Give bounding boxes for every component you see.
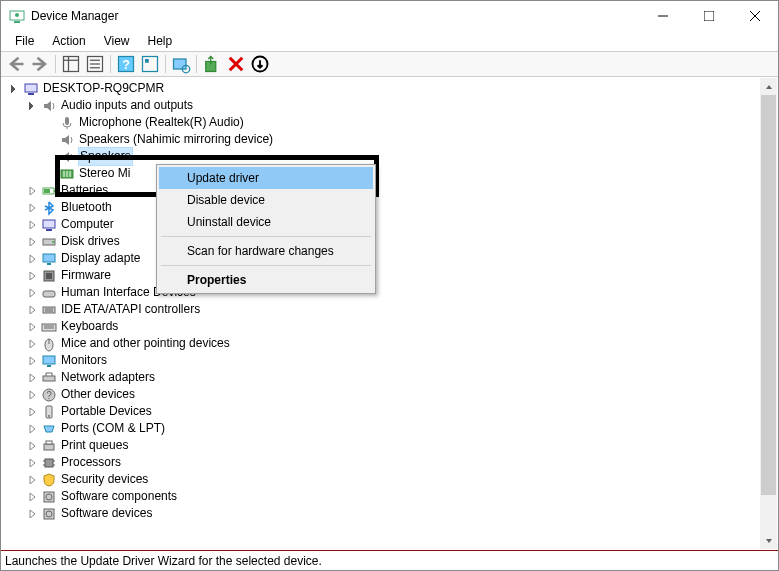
- category-icon: [41, 234, 57, 250]
- tree-category[interactable]: Disk drives: [8, 233, 777, 250]
- svg-rect-56: [44, 444, 54, 450]
- menu-action[interactable]: Action: [44, 32, 93, 50]
- disable-button[interactable]: [249, 53, 271, 75]
- tree-node-label: Network adapters: [61, 369, 155, 386]
- expander-icon[interactable]: [26, 422, 39, 435]
- expander-icon[interactable]: [26, 218, 39, 231]
- tree-category[interactable]: Human Interface Devices: [8, 284, 777, 301]
- expander-icon[interactable]: [26, 354, 39, 367]
- scroll-thumb[interactable]: [761, 95, 776, 495]
- expander-icon[interactable]: [26, 286, 39, 299]
- expander-icon[interactable]: [26, 201, 39, 214]
- tree-category[interactable]: Monitors: [8, 352, 777, 369]
- tree-node-label: Ports (COM & LPT): [61, 420, 165, 437]
- speaker-icon: [41, 98, 57, 114]
- scan-hardware-button[interactable]: [170, 53, 192, 75]
- forward-button[interactable]: [29, 53, 51, 75]
- maximize-button[interactable]: [686, 1, 732, 31]
- tree-category[interactable]: Software components: [8, 488, 777, 505]
- category-icon: [41, 268, 57, 284]
- svg-rect-1: [14, 21, 20, 23]
- expander-icon[interactable]: [26, 269, 39, 282]
- context-menu-properties[interactable]: Properties: [159, 269, 373, 291]
- tree-node-label: Mice and other pointing devices: [61, 335, 230, 352]
- tree-category[interactable]: Print queues: [8, 437, 777, 454]
- tree-category[interactable]: Keyboards: [8, 318, 777, 335]
- tree-node-label: Software devices: [61, 505, 152, 522]
- expander-icon[interactable]: [26, 439, 39, 452]
- menubar: File Action View Help: [1, 31, 778, 51]
- minimize-button[interactable]: [640, 1, 686, 31]
- tree-node-label: Keyboards: [61, 318, 118, 335]
- tree-device-speakers-nahimic[interactable]: Speakers (Nahimic mirroring device): [8, 131, 777, 148]
- tree-category[interactable]: ?Other devices: [8, 386, 777, 403]
- close-button[interactable]: [732, 1, 778, 31]
- expander-icon[interactable]: [26, 507, 39, 520]
- expander-icon[interactable]: [26, 320, 39, 333]
- expander-icon[interactable]: [8, 82, 21, 95]
- tree-category[interactable]: Processors: [8, 454, 777, 471]
- expander-icon[interactable]: [26, 388, 39, 401]
- context-menu-update-driver[interactable]: Update driver: [159, 167, 373, 189]
- vertical-scrollbar[interactable]: [760, 78, 777, 549]
- tree-root[interactable]: DESKTOP-RQ9CPMR: [8, 80, 777, 97]
- tree-device-microphone[interactable]: Microphone (Realtek(R) Audio): [8, 114, 777, 131]
- expander-icon[interactable]: [26, 99, 39, 112]
- expander-icon[interactable]: [26, 184, 39, 197]
- context-menu-scan-hardware[interactable]: Scan for hardware changes: [159, 240, 373, 262]
- tree-node-label: Security devices: [61, 471, 148, 488]
- expander-icon[interactable]: [26, 303, 39, 316]
- tree-category[interactable]: Ports (COM & LPT): [8, 420, 777, 437]
- titlebar: Device Manager: [1, 1, 778, 31]
- expander-icon[interactable]: [26, 371, 39, 384]
- category-icon: [41, 404, 57, 420]
- expander-icon[interactable]: [26, 490, 39, 503]
- tree-category[interactable]: Security devices: [8, 471, 777, 488]
- device-tree[interactable]: DESKTOP-RQ9CPMR Audio inputs and outputs…: [2, 78, 777, 549]
- update-driver-button[interactable]: [201, 53, 223, 75]
- action-button[interactable]: [139, 53, 161, 75]
- expander-icon[interactable]: [26, 252, 39, 265]
- show-hide-tree-button[interactable]: [60, 53, 82, 75]
- tree-category[interactable]: Firmware: [8, 267, 777, 284]
- help-button[interactable]: ?: [115, 53, 137, 75]
- category-icon: [41, 421, 57, 437]
- menu-view[interactable]: View: [96, 32, 138, 50]
- svg-rect-39: [46, 273, 52, 279]
- back-button[interactable]: [5, 53, 27, 75]
- expander-icon[interactable]: [26, 235, 39, 248]
- expander-icon[interactable]: [26, 337, 39, 350]
- tree-category-audio[interactable]: Audio inputs and outputs: [8, 97, 777, 114]
- category-icon: [41, 506, 57, 522]
- tree-category[interactable]: Mice and other pointing devices: [8, 335, 777, 352]
- tree-node-label: Firmware: [61, 267, 111, 284]
- expander-icon[interactable]: [26, 456, 39, 469]
- uninstall-button[interactable]: [225, 53, 247, 75]
- context-menu-uninstall-device[interactable]: Uninstall device: [159, 211, 373, 233]
- svg-rect-57: [46, 441, 52, 444]
- svg-rect-33: [46, 229, 52, 231]
- svg-text:?: ?: [46, 390, 52, 401]
- tree-category[interactable]: Bluetooth: [8, 199, 777, 216]
- tree-category[interactable]: IDE ATA/ATAPI controllers: [8, 301, 777, 318]
- svg-rect-49: [43, 356, 55, 364]
- tree-category[interactable]: Display adapte: [8, 250, 777, 267]
- scroll-up-arrow[interactable]: [760, 78, 777, 95]
- scroll-down-arrow[interactable]: [760, 532, 777, 549]
- context-menu-disable-device[interactable]: Disable device: [159, 189, 373, 211]
- svg-rect-37: [47, 263, 51, 265]
- menu-help[interactable]: Help: [140, 32, 181, 50]
- tree-category[interactable]: Network adapters: [8, 369, 777, 386]
- tree-category[interactable]: Software devices: [8, 505, 777, 522]
- svg-rect-32: [43, 220, 55, 228]
- menu-file[interactable]: File: [7, 32, 42, 50]
- svg-point-2: [15, 13, 19, 17]
- svg-rect-23: [28, 93, 34, 95]
- properties-button[interactable]: [84, 53, 106, 75]
- svg-rect-18: [174, 59, 187, 69]
- tree-category[interactable]: Portable Devices: [8, 403, 777, 420]
- tree-node-label: Microphone (Realtek(R) Audio): [79, 114, 244, 131]
- tree-category[interactable]: Computer: [8, 216, 777, 233]
- expander-icon[interactable]: [26, 405, 39, 418]
- expander-icon[interactable]: [26, 473, 39, 486]
